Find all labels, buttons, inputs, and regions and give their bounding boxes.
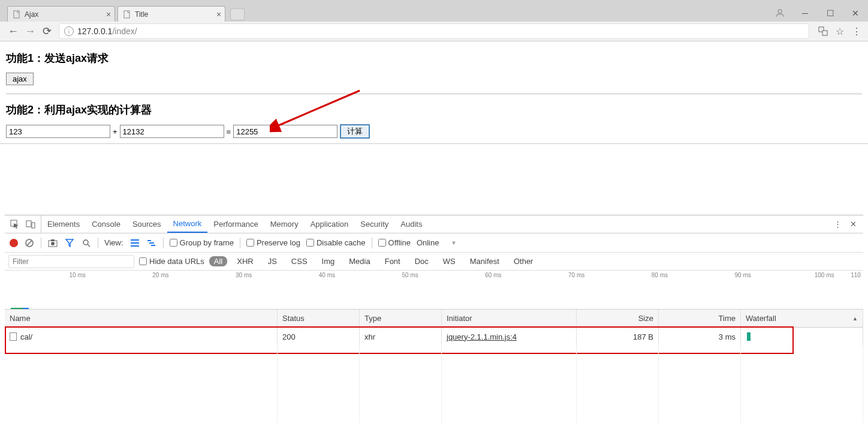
- filter-font[interactable]: Font: [380, 256, 405, 266]
- back-button[interactable]: ←: [5, 23, 22, 40]
- capture-icon[interactable]: [47, 238, 58, 248]
- list-view-icon[interactable]: [129, 238, 140, 248]
- request-size: 187 B: [577, 328, 659, 346]
- kebab-icon[interactable]: ⋮: [832, 219, 843, 230]
- svg-point-2: [778, 10, 782, 13]
- svg-rect-22: [151, 245, 155, 246]
- filter-icon[interactable]: [64, 238, 75, 248]
- tab-title[interactable]: Title ×: [117, 6, 225, 22]
- request-status: 200: [278, 328, 360, 346]
- close-icon[interactable]: ×: [104, 10, 113, 19]
- timeline-tick: 80 ms: [587, 272, 670, 278]
- col-time[interactable]: Time: [659, 310, 741, 327]
- col-status[interactable]: Status: [278, 310, 360, 327]
- tab-ajax[interactable]: Ajax ×: [7, 6, 115, 22]
- close-icon[interactable]: ×: [214, 10, 224, 19]
- tab-performance[interactable]: Performance: [207, 215, 264, 233]
- svg-rect-21: [149, 242, 154, 244]
- filter-other[interactable]: Other: [509, 256, 538, 266]
- annotation-arrow: [270, 89, 366, 137]
- tab-network[interactable]: Network: [167, 215, 208, 233]
- tab-sources[interactable]: Sources: [126, 215, 167, 233]
- filter-all[interactable]: All: [209, 256, 227, 266]
- col-type[interactable]: Type: [360, 310, 442, 327]
- filter-input[interactable]: [8, 255, 134, 268]
- ajax-button[interactable]: ajax: [6, 73, 34, 85]
- table-row[interactable]: cal/ 200 xhr jquery-2.1.1.min.js:4 187 B…: [5, 328, 863, 346]
- filter-css[interactable]: CSS: [287, 256, 312, 266]
- preserve-log-checkbox[interactable]: Preserve log: [246, 238, 300, 247]
- device-icon[interactable]: [25, 219, 36, 230]
- filter-xhr[interactable]: XHR: [232, 256, 258, 266]
- request-time: 3 ms: [659, 328, 741, 346]
- menu-icon[interactable]: ⋮: [850, 25, 863, 38]
- tab-audits[interactable]: Audits: [394, 215, 428, 233]
- clear-icon[interactable]: [24, 238, 35, 248]
- forward-button[interactable]: →: [22, 23, 38, 40]
- tab-security[interactable]: Security: [354, 215, 394, 233]
- tab-elements[interactable]: Elements: [41, 215, 86, 233]
- timeline-tick: 30 ms: [171, 272, 255, 278]
- network-table-header: Name Status Type Initiator Size Time Wat…: [5, 310, 863, 328]
- network-timeline[interactable]: 10 ms 20 ms 30 ms 40 ms 50 ms 60 ms 70 m…: [5, 271, 863, 310]
- translate-icon[interactable]: [816, 25, 830, 38]
- disable-cache-checkbox[interactable]: Disable cache: [306, 238, 366, 247]
- tab-console[interactable]: Console: [86, 215, 126, 233]
- waterfall-view-icon[interactable]: [146, 238, 157, 248]
- svg-rect-0: [14, 11, 19, 18]
- offline-checkbox[interactable]: Offline: [378, 238, 411, 247]
- filter-img[interactable]: Img: [317, 256, 340, 266]
- page-icon: [123, 10, 131, 19]
- new-tab-button[interactable]: [230, 8, 245, 20]
- svg-rect-17: [131, 239, 139, 241]
- col-size[interactable]: Size: [577, 310, 659, 327]
- minimize-icon[interactable]: ─: [792, 5, 818, 22]
- calculator-row: + = 计算: [6, 124, 862, 139]
- svg-rect-19: [131, 245, 139, 247]
- filter-ws[interactable]: WS: [438, 256, 460, 266]
- bookmark-icon[interactable]: ☆: [833, 25, 846, 38]
- maximize-icon[interactable]: ☐: [818, 5, 843, 22]
- svg-rect-1: [124, 11, 129, 18]
- filter-manifest[interactable]: Manifest: [465, 256, 504, 266]
- inspect-icon[interactable]: [10, 219, 20, 230]
- url-path: /index/: [112, 26, 137, 36]
- timeline-tick: 90 ms: [670, 272, 754, 278]
- request-name: cal/: [20, 332, 32, 341]
- reload-button[interactable]: ⟳: [38, 23, 55, 40]
- svg-rect-8: [26, 221, 31, 227]
- tab-application[interactable]: Application: [305, 215, 355, 233]
- svg-rect-14: [51, 239, 55, 241]
- close-window-icon[interactable]: ✕: [843, 5, 868, 22]
- col-initiator[interactable]: Initiator: [442, 310, 577, 327]
- filter-media[interactable]: Media: [344, 256, 375, 266]
- window-titlebar: [0, 0, 868, 5]
- user-icon[interactable]: [767, 5, 792, 22]
- close-devtools-icon[interactable]: ✕: [848, 219, 858, 230]
- timeline-tick: 70 ms: [504, 272, 587, 278]
- throttling-select[interactable]: Online: [417, 238, 457, 247]
- tab-memory[interactable]: Memory: [264, 215, 305, 233]
- request-type: xhr: [360, 328, 442, 346]
- group-by-frame-checkbox[interactable]: Group by frame: [170, 238, 234, 247]
- record-button[interactable]: [10, 239, 18, 247]
- search-icon[interactable]: [81, 238, 92, 248]
- network-table-body: cal/ 200 xhr jquery-2.1.1.min.js:4 187 B…: [5, 328, 863, 423]
- request-initiator-link[interactable]: jquery-2.1.1.min.js:4: [447, 332, 517, 341]
- calc-input-a[interactable]: [6, 125, 110, 138]
- equals-operator: =: [227, 127, 231, 136]
- col-name[interactable]: Name: [5, 310, 278, 327]
- svg-rect-20: [147, 240, 151, 241]
- filter-doc[interactable]: Doc: [410, 256, 433, 266]
- calc-input-b[interactable]: [120, 125, 224, 138]
- plus-operator: +: [113, 127, 117, 136]
- svg-rect-4: [822, 31, 827, 35]
- svg-line-16: [88, 244, 90, 247]
- site-info-icon[interactable]: i: [64, 26, 74, 36]
- col-waterfall[interactable]: Waterfall▲: [741, 310, 863, 327]
- tab-title: Ajax: [25, 10, 38, 19]
- url-input[interactable]: i 127.0.0.1/index/: [59, 23, 809, 39]
- hide-data-urls-checkbox[interactable]: Hide data URLs: [139, 257, 204, 266]
- filter-js[interactable]: JS: [263, 256, 282, 266]
- timeline-tick: 110: [837, 272, 863, 278]
